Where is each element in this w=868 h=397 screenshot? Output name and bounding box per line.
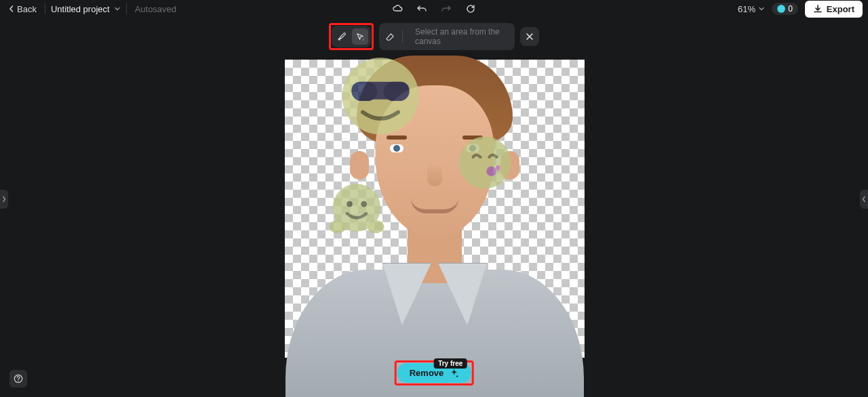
svg-point-7 <box>347 201 353 207</box>
ai-select-icon <box>355 32 366 42</box>
chevron-down-icon <box>758 5 765 12</box>
close-toolbar-button[interactable] <box>520 27 539 46</box>
download-icon <box>813 4 823 14</box>
divider <box>126 3 127 14</box>
canvas[interactable] <box>285 60 585 358</box>
reload-icon <box>465 3 476 14</box>
history-actions <box>389 1 479 17</box>
redo-icon <box>441 3 452 14</box>
zoom-dropdown[interactable]: 61% <box>738 4 765 14</box>
reload-button[interactable] <box>462 1 479 17</box>
selected-object-emoji-kiss[interactable] <box>458 135 512 190</box>
try-free-badge: Try free <box>434 358 467 369</box>
selected-object-emoji-sunglasses[interactable] <box>340 56 420 136</box>
eraser-icon <box>385 32 395 42</box>
cloud-button[interactable] <box>389 1 406 17</box>
credits-icon <box>777 5 785 13</box>
project-title-dropdown[interactable]: Untitled project <box>51 4 121 14</box>
remove-button[interactable]: Remove Try free <box>397 363 471 383</box>
back-label: Back <box>17 4 37 14</box>
export-label: Export <box>827 4 854 14</box>
prompt-input[interactable]: Select an area from the canvas <box>407 26 512 47</box>
sparkle-icon <box>449 369 458 378</box>
remove-label: Remove <box>410 368 444 378</box>
brush-tool-button[interactable] <box>334 28 351 45</box>
chevron-left-icon <box>862 196 866 203</box>
svg-point-5 <box>486 167 496 176</box>
tool-group-eraser: Select an area from the canvas <box>379 23 515 50</box>
svg-point-8 <box>361 201 367 207</box>
help-icon <box>14 374 23 383</box>
tool-group-selection <box>332 26 371 47</box>
export-button[interactable]: Export <box>805 1 863 18</box>
chevron-down-icon <box>114 5 121 12</box>
chevron-left-icon <box>8 5 15 12</box>
zoom-value: 61% <box>738 4 755 14</box>
divider <box>45 3 45 14</box>
highlight-tools-annotation <box>329 23 374 50</box>
top-bar: Back Untitled project Autosaved 61% 0 <box>0 0 868 18</box>
right-panel-handle[interactable] <box>860 190 868 209</box>
back-button[interactable]: Back <box>5 3 39 16</box>
svg-point-4 <box>459 137 511 189</box>
masking-toolbar: Select an area from the canvas <box>329 23 539 50</box>
svg-rect-2 <box>352 82 378 101</box>
help-button[interactable] <box>9 370 27 388</box>
redo-button[interactable] <box>438 1 454 17</box>
right-actions: 61% 0 Export <box>738 1 863 18</box>
svg-rect-3 <box>384 82 410 101</box>
undo-button[interactable] <box>414 1 430 17</box>
close-icon <box>526 33 534 41</box>
credits-value: 0 <box>788 4 793 14</box>
brush-icon <box>338 32 348 42</box>
left-panel-handle[interactable] <box>0 190 8 209</box>
cloud-icon <box>392 3 403 14</box>
svg-point-10 <box>368 220 384 233</box>
credits-badge[interactable]: 0 <box>772 3 798 15</box>
highlight-remove-annotation: Remove Try free <box>395 360 474 385</box>
eraser-tool-button[interactable] <box>382 28 398 45</box>
undo-icon <box>416 3 427 14</box>
selected-object-emoji-hug[interactable] <box>327 180 387 240</box>
prompt-placeholder: Select an area from the canvas <box>415 27 504 46</box>
divider <box>402 30 403 43</box>
autosaved-label: Autosaved <box>135 4 176 14</box>
project-title-text: Untitled project <box>51 4 110 14</box>
ai-select-tool-button[interactable] <box>352 28 368 45</box>
svg-point-9 <box>330 220 347 233</box>
chevron-right-icon <box>2 196 6 203</box>
